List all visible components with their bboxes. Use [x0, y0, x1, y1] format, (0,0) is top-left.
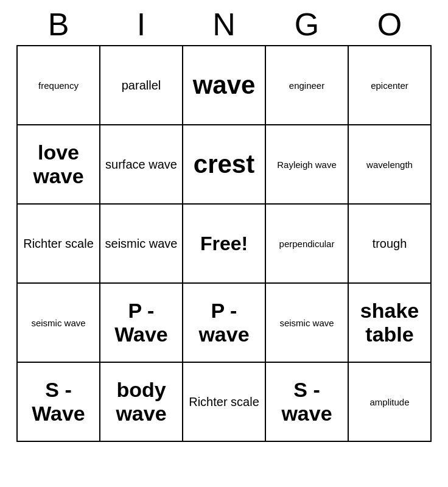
header-letter: O: [348, 6, 431, 43]
cell-1-1: surface wave: [100, 125, 183, 205]
cell-4-2: Richter scale: [183, 363, 266, 442]
cell-3-4: shake table: [349, 284, 432, 363]
cell-1-2: crest: [183, 125, 266, 205]
header-letter: G: [265, 6, 348, 43]
bingo-grid: frequencyparallelwaveengineerepicenterlo…: [16, 45, 432, 442]
cell-4-1: body wave: [100, 363, 183, 442]
cell-0-2: wave: [183, 46, 266, 125]
cell-1-4: wavelength: [349, 125, 432, 205]
cell-0-4: epicenter: [349, 46, 432, 125]
cell-3-0: seismic wave: [18, 284, 100, 363]
cell-2-2: Free!: [183, 205, 266, 284]
cell-3-2: P - wave: [183, 284, 266, 363]
header-letter: I: [100, 6, 183, 43]
cell-4-4: amplitude: [349, 363, 432, 442]
cell-3-3: seismic wave: [266, 284, 349, 363]
header-letter: N: [183, 6, 265, 43]
header-letter: B: [17, 6, 100, 43]
cell-4-3: S - wave: [266, 363, 349, 442]
cell-0-0: frequency: [18, 46, 100, 125]
cell-3-1: P - Wave: [100, 284, 183, 363]
cell-2-1: seismic wave: [100, 205, 183, 284]
cell-0-3: engineer: [266, 46, 349, 125]
cell-0-1: parallel: [100, 46, 183, 125]
cell-1-3: Rayleigh wave: [266, 125, 349, 205]
cell-2-3: perpendicular: [266, 205, 349, 284]
bingo-header: BINGO: [17, 6, 431, 43]
cell-4-0: S - Wave: [18, 363, 100, 442]
cell-1-0: love wave: [18, 125, 100, 205]
cell-2-0: Richter scale: [18, 205, 100, 284]
cell-2-4: trough: [349, 205, 432, 284]
